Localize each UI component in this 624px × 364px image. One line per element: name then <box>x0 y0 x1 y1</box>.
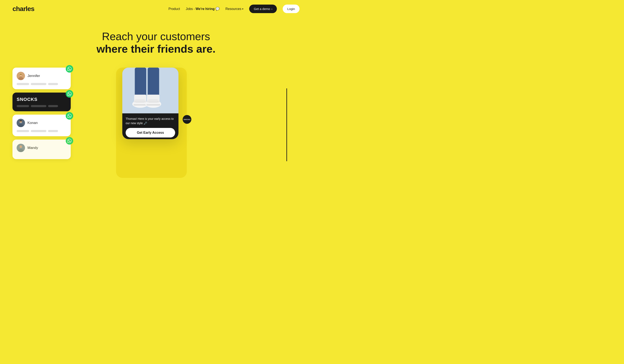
phone-section: Thomas! Here is your early access to our… <box>122 68 179 139</box>
jennifer-lines <box>17 83 67 85</box>
avatar-konan <box>17 119 25 127</box>
line-pill <box>17 130 29 132</box>
line-pill <box>17 83 29 85</box>
resources-label: Resources <box>226 7 241 11</box>
svg-point-11 <box>20 145 22 148</box>
nav-jobs[interactable]: Jobs - We're hiring 💬 <box>186 7 220 11</box>
line-pill <box>17 105 29 107</box>
hero-content: Jennifer SNOCKS <box>12 68 300 197</box>
jobs-emoji: 💬 <box>215 7 220 11</box>
contact-card-mandy: Mandy <box>12 140 71 159</box>
avatar-mandy <box>17 144 25 152</box>
nav-product[interactable]: Product <box>168 7 180 11</box>
phone-mockup: Thomas! Here is your early access to our… <box>122 68 179 139</box>
contact-card-jennifer: Jennifer <box>12 68 71 89</box>
login-button[interactable]: Login <box>283 4 300 13</box>
svg-rect-33 <box>148 99 158 102</box>
nav-links: Product Jobs - We're hiring 💬 Resources … <box>168 4 300 13</box>
konan-name: Konan <box>27 121 38 125</box>
phone-message-area: Thomas! Here is your early access to our… <box>122 113 179 139</box>
avatar-jennifer <box>17 72 25 80</box>
hero-section: Reach your customers where their friends… <box>0 18 312 197</box>
snocks-name: SNOCKS <box>17 97 37 102</box>
svg-rect-23 <box>133 104 147 106</box>
get-demo-button[interactable]: Get a demo › <box>249 4 277 13</box>
mandy-header: Mandy <box>17 144 67 152</box>
whatsapp-icon-konan <box>66 112 73 120</box>
konan-header: Konan <box>17 119 67 127</box>
line-pill <box>48 130 58 132</box>
jobs-label: Jobs <box>186 7 193 11</box>
snocks-lines <box>17 105 67 107</box>
navbar: charles Product Jobs - We're hiring 💬 Re… <box>0 0 312 18</box>
jobs-hiring-label: We're hiring <box>196 7 215 11</box>
jennifer-name: Jennifer <box>27 74 40 78</box>
brand-logo[interactable]: charles <box>12 5 34 13</box>
whatsapp-icon-mandy <box>66 137 73 145</box>
headline-line2: where their friends are. <box>12 43 300 55</box>
contact-card-konan: Konan <box>12 115 71 136</box>
get-early-access-button[interactable]: Get Early Access <box>126 128 175 137</box>
whatsapp-icon-snocks <box>66 90 73 98</box>
line-pill <box>48 105 58 107</box>
svg-rect-29 <box>146 104 160 106</box>
nav-resources[interactable]: Resources ▾ <box>226 7 243 11</box>
mandy-name: Mandy <box>27 146 38 150</box>
chevron-down-icon: ▾ <box>242 7 243 10</box>
snocks-header: SNOCKS <box>17 97 67 102</box>
konan-lines <box>17 130 67 132</box>
svg-rect-13 <box>135 68 146 97</box>
contact-card-snocks: SNOCKS <box>12 93 71 111</box>
whatsapp-icon-jennifer <box>66 65 73 73</box>
line-pill <box>31 105 46 107</box>
headline-line1: Reach your customers <box>12 30 300 43</box>
phone-message-text: Thomas! Here is your early access to our… <box>126 117 175 126</box>
contact-list: Jennifer SNOCKS <box>12 68 71 159</box>
hero-headline: Reach your customers where their friends… <box>12 30 300 55</box>
phone-image <box>122 68 179 113</box>
jennifer-header: Jennifer <box>17 72 67 80</box>
line-pill <box>31 83 46 85</box>
arrow-icon: › <box>271 7 272 11</box>
line-pill <box>48 83 58 85</box>
line-pill <box>31 130 46 132</box>
vertical-divider <box>286 88 287 161</box>
snocks-brand-badge: SNOCKS <box>183 115 191 124</box>
get-demo-label: Get a demo <box>254 7 270 11</box>
svg-rect-32 <box>135 99 145 102</box>
